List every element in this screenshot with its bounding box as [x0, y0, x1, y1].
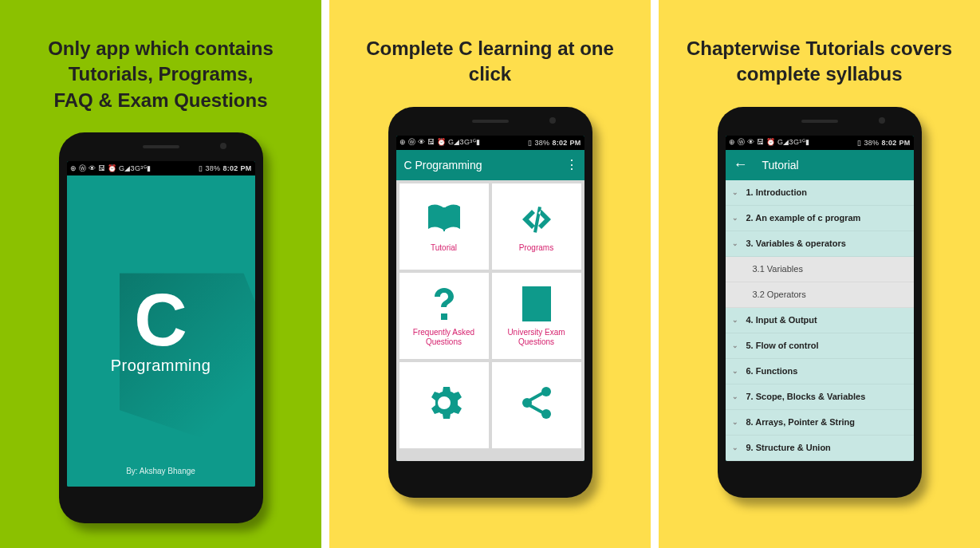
- chapter-row[interactable]: ⌄7. Scope, Blocks & Variables: [726, 384, 914, 410]
- promo-panel-3: Chapterwise Tutorials covers complete sy…: [659, 0, 980, 548]
- app-logo-letter: C: [134, 287, 187, 353]
- chapter-row[interactable]: ⌄3. Variables & operators: [726, 231, 914, 257]
- app-bar: C Programming ⋮: [396, 150, 584, 180]
- chevron-down-icon: ⌄: [732, 341, 740, 349]
- app-bar-title: C Programming: [404, 159, 482, 171]
- status-bar: ⊕ ⓦ 👁 🖫 ⏰ G◢3G³ᴳ▮ ▯ 38% 8:02 PM: [67, 161, 255, 175]
- promo-panel-1: Only app which contains Tutorials, Progr…: [0, 0, 321, 548]
- status-icons: ⊕ ⓦ 👁 🖫 ⏰ G◢3G³ᴳ▮: [399, 137, 481, 148]
- back-icon[interactable]: ←: [734, 156, 748, 173]
- chapter-row[interactable]: ⌄9. Structure & Union: [726, 436, 914, 461]
- tile-label: University Exam Questions: [507, 328, 565, 346]
- chapter-label: 2. An example of c program: [746, 213, 861, 223]
- subchapter-row[interactable]: 3.2 Operators: [726, 282, 914, 308]
- tile-share[interactable]: [492, 362, 581, 448]
- tile-label: Programs: [519, 243, 553, 253]
- status-bar: ⊕ ⓦ 👁 🖫 ⏰ G◢3G³ᴳ▮ ▯ 38% 8:02 PM: [726, 136, 914, 150]
- clock: 8:02 PM: [881, 139, 910, 147]
- document-icon: [518, 285, 556, 323]
- share-icon: [518, 384, 556, 422]
- overflow-menu-icon[interactable]: ⋮: [565, 157, 577, 172]
- chevron-down-icon: ⌄: [732, 392, 740, 400]
- chapter-label: 9. Structure & Union: [746, 443, 831, 452]
- chevron-down-icon: ⌄: [732, 367, 740, 375]
- chapter-label: 6. Functions: [746, 366, 798, 376]
- chapter-label: 3. Variables & operators: [746, 239, 846, 248]
- tile-settings[interactable]: [399, 362, 489, 448]
- chevron-down-icon: ⌄: [732, 214, 740, 222]
- chevron-down-icon: ⌄: [732, 444, 740, 451]
- app-bar-title: Tutorial: [762, 159, 799, 171]
- chapter-row[interactable]: ⌄6. Functions: [726, 359, 914, 384]
- chapter-row[interactable]: ⌄2. An example of c program: [726, 206, 914, 231]
- subchapter-label: 3.1 Variables: [753, 264, 803, 274]
- clock: 8:02 PM: [222, 164, 251, 172]
- tile-tutorial[interactable]: Tutorial: [399, 183, 489, 270]
- chapter-row[interactable]: ⌄1. Introduction: [726, 180, 914, 206]
- chapter-row[interactable]: ⌄8. Arrays, Pointer & String: [726, 410, 914, 436]
- book-icon: [425, 200, 463, 239]
- app-bar: ← Tutorial: [726, 150, 914, 180]
- phone-mockup-2: ⊕ ⓦ 👁 🖫 ⏰ G◢3G³ᴳ▮ ▯ 38% 8:02 PM C Progra…: [388, 107, 592, 498]
- status-icons: ⊕ ⓦ 👁 🖫 ⏰ G◢3G³ᴳ▮: [70, 164, 152, 174]
- code-icon: [518, 200, 556, 239]
- chapter-label: 1. Introduction: [746, 187, 807, 197]
- battery-icon: ▯: [528, 139, 532, 147]
- subchapter-row[interactable]: 3.1 Variables: [726, 257, 914, 282]
- chapter-label: 8. Arrays, Pointer & String: [746, 417, 856, 427]
- chapter-row[interactable]: ⌄5. Flow of control: [726, 333, 914, 359]
- tile-label: Frequently Asked Questions: [413, 328, 474, 346]
- chevron-down-icon: ⌄: [732, 239, 740, 247]
- chapter-label: 4. Input & Output: [746, 315, 817, 325]
- headline-1: Only app which contains Tutorials, Progr…: [32, 36, 289, 113]
- tile-faq[interactable]: Frequently Asked Questions: [399, 273, 489, 359]
- status-icons: ⊕ ⓦ 👁 🖫 ⏰ G◢3G³ᴳ▮: [729, 137, 810, 148]
- tile-programs[interactable]: Programs: [492, 183, 581, 270]
- chapter-label: 5. Flow of control: [746, 341, 819, 350]
- battery-pct: 38%: [864, 139, 879, 147]
- gear-icon: [425, 384, 463, 422]
- chevron-down-icon: ⌄: [732, 188, 740, 196]
- phone-mockup-3: ⊕ ⓦ 👁 🖫 ⏰ G◢3G³ᴳ▮ ▯ 38% 8:02 PM ← Tutori…: [718, 107, 922, 498]
- chapter-row[interactable]: ⌄4. Input & Output: [726, 308, 914, 333]
- battery-icon: ▯: [857, 139, 861, 147]
- chevron-down-icon: ⌄: [732, 316, 740, 324]
- app-logo-word: Programming: [111, 357, 211, 375]
- tile-exam[interactable]: University Exam Questions: [492, 273, 581, 359]
- chapter-label: 7. Scope, Blocks & Variables: [746, 392, 866, 401]
- battery-icon: ▯: [199, 164, 203, 172]
- question-icon: [425, 285, 463, 323]
- headline-3: Chapterwise Tutorials covers complete sy…: [671, 36, 968, 88]
- tile-label: Tutorial: [431, 243, 457, 253]
- chevron-down-icon: ⌄: [732, 418, 740, 426]
- clock: 8:02 PM: [552, 139, 581, 147]
- chapter-list[interactable]: ⌄1. Introduction ⌄2. An example of c pro…: [726, 180, 914, 461]
- headline-2: Complete C learning at one click: [329, 36, 651, 88]
- status-bar: ⊕ ⓦ 👁 🖫 ⏰ G◢3G³ᴳ▮ ▯ 38% 8:02 PM: [396, 136, 584, 150]
- svg-rect-0: [443, 207, 445, 231]
- battery-pct: 38%: [534, 139, 549, 147]
- author-byline: By: Akshay Bhange: [126, 467, 195, 475]
- splash-screen: C Programming By: Akshay Bhange: [67, 175, 255, 487]
- home-grid: Tutorial Programs Frequently Asked Quest…: [396, 180, 584, 461]
- phone-mockup-1: ⊕ ⓦ 👁 🖫 ⏰ G◢3G³ᴳ▮ ▯ 38% 8:02 PM C Progra…: [59, 132, 263, 523]
- battery-pct: 38%: [205, 164, 220, 172]
- promo-panel-2: Complete C learning at one click ⊕ ⓦ 👁 🖫…: [329, 0, 651, 548]
- subchapter-label: 3.2 Operators: [753, 290, 806, 299]
